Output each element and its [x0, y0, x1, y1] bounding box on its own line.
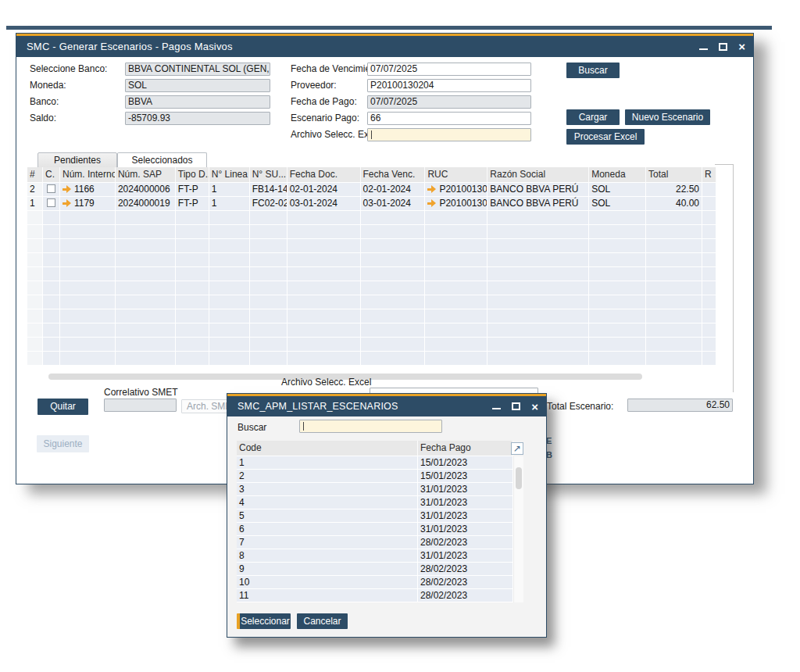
column-header[interactable]: Total: [646, 167, 702, 183]
table-cell[interactable]: SOL: [589, 197, 646, 211]
table-cell[interactable]: 5: [237, 509, 418, 523]
procesar-excel-button[interactable]: Procesar Excel: [566, 129, 645, 145]
table-row[interactable]: 1028/02/2023: [237, 576, 513, 589]
scrollbar-thumb[interactable]: [516, 467, 522, 489]
table-row[interactable]: 928/02/2023: [237, 563, 513, 576]
table-cell[interactable]: 02-01-2024: [361, 183, 426, 197]
close-icon[interactable]: ×: [738, 41, 745, 52]
table-cell[interactable]: BANCO BBVA PERÚ: [488, 183, 589, 197]
table-cell[interactable]: SOL: [589, 183, 646, 197]
column-header[interactable]: Razón Social: [488, 167, 589, 183]
field-saldo[interactable]: -85709.93: [125, 112, 270, 125]
table-row[interactable]: 1128/02/2023: [237, 589, 513, 602]
nuevo-escenario-button[interactable]: Nuevo Escenario: [625, 109, 710, 125]
table-cell[interactable]: 31/01/2023: [418, 496, 513, 509]
table-cell[interactable]: P20100130204: [425, 197, 488, 211]
field-proveedor[interactable]: P20100130204: [367, 79, 531, 92]
column-header[interactable]: RUC: [425, 167, 488, 183]
table-row[interactable]: 211662024000006FT-P1FB14-14602-01-202402…: [27, 183, 716, 197]
column-header[interactable]: Núm. Interno: [60, 167, 116, 183]
table-row[interactable]: 728/02/2023: [237, 536, 513, 549]
column-header[interactable]: N° Linea: [209, 167, 250, 183]
table-cell[interactable]: FT-P: [176, 183, 209, 197]
expand-grid-icon[interactable]: ↗: [511, 442, 523, 455]
table-cell[interactable]: 15/01/2023: [418, 456, 513, 470]
dialog-search-input[interactable]: [299, 420, 442, 433]
table-cell[interactable]: FB14-146: [250, 183, 288, 197]
table-cell[interactable]: BANCO BBVA PERÚ: [488, 197, 589, 211]
field-escenario-pago[interactable]: 66: [367, 112, 531, 125]
link-arrow-icon[interactable]: [62, 185, 72, 193]
table-cell[interactable]: 1166: [60, 183, 116, 197]
table-cell[interactable]: FT-P: [176, 197, 209, 211]
table-cell[interactable]: 2024000019: [116, 197, 176, 211]
table-row[interactable]: 531/01/2023: [237, 509, 513, 523]
column-header[interactable]: Fecha Doc.: [288, 167, 361, 183]
table-cell[interactable]: 1: [27, 197, 43, 211]
link-arrow-icon[interactable]: [62, 199, 72, 207]
column-header[interactable]: Núm. SAP: [116, 167, 176, 183]
column-header[interactable]: Fecha Pago: [418, 441, 513, 456]
table-cell[interactable]: 1: [237, 456, 418, 470]
table-cell[interactable]: P20100130204: [425, 183, 488, 197]
column-header[interactable]: Code: [237, 441, 418, 456]
table-cell[interactable]: 8: [237, 549, 418, 563]
table-cell[interactable]: 1179: [60, 197, 116, 211]
siguiente-button[interactable]: Siguiente: [37, 435, 89, 452]
table-cell[interactable]: 1: [209, 183, 250, 197]
minimize-icon[interactable]: [699, 48, 708, 50]
table-cell[interactable]: 2: [237, 470, 418, 483]
table-row[interactable]: 331/01/2023: [237, 483, 513, 496]
column-header[interactable]: Fecha Venc.: [361, 167, 426, 183]
table-cell[interactable]: 40.00: [646, 197, 702, 211]
column-header[interactable]: #: [27, 167, 43, 183]
table-row[interactable]: 431/01/2023: [237, 496, 513, 509]
table-cell[interactable]: 10: [237, 576, 418, 589]
table-cell[interactable]: 31/01/2023: [418, 523, 513, 536]
table-cell[interactable]: 28/02/2023: [418, 536, 513, 549]
table-cell[interactable]: 1: [209, 197, 250, 211]
dialog-minimize-icon[interactable]: [492, 408, 501, 409]
table-cell[interactable]: 31/01/2023: [418, 549, 513, 563]
table-cell[interactable]: 11: [237, 589, 418, 602]
row-checkbox[interactable]: [47, 184, 55, 193]
table-row[interactable]: 215/01/2023: [237, 470, 513, 483]
seleccionar-button[interactable]: Seleccionar: [237, 613, 291, 629]
cargar-button[interactable]: Cargar: [566, 109, 620, 125]
row-checkbox[interactable]: [47, 198, 55, 207]
table-cell[interactable]: 7: [237, 536, 418, 549]
tab-pendientes[interactable]: Pendientes: [38, 152, 117, 168]
tab-seleccionados[interactable]: Seleccionados: [117, 152, 207, 168]
column-header[interactable]: Moneda: [589, 167, 646, 183]
table-cell[interactable]: 15/01/2023: [418, 470, 513, 483]
link-arrow-icon[interactable]: [427, 199, 437, 207]
field-seleccione-banco[interactable]: BBVA CONTINENTAL SOL (GEN, GEN): [125, 63, 270, 76]
quitar-button[interactable]: Quitar: [38, 399, 88, 415]
field-banco[interactable]: BBVA: [125, 95, 270, 109]
table-cell[interactable]: 03-01-2024: [361, 197, 426, 211]
table-cell[interactable]: 28/02/2023: [418, 576, 513, 589]
field-fecha-vencimiento[interactable]: 07/07/2025: [367, 63, 531, 76]
table-cell[interactable]: FC02-027: [250, 197, 288, 211]
table-cell[interactable]: 3: [237, 483, 418, 496]
table-row[interactable]: 115/01/2023: [237, 456, 513, 470]
cancelar-button[interactable]: Cancelar: [297, 613, 348, 629]
table-cell[interactable]: [43, 197, 60, 211]
table-cell[interactable]: 31/01/2023: [418, 483, 513, 496]
table-cell[interactable]: 2024000006: [116, 183, 176, 197]
buscar-button[interactable]: Buscar: [566, 63, 620, 78]
dialog-close-icon[interactable]: ×: [531, 401, 538, 413]
table-row[interactable]: 831/01/2023: [237, 549, 513, 563]
table-row[interactable]: 631/01/2023: [237, 523, 513, 536]
maximize-icon[interactable]: [719, 43, 727, 51]
table-cell[interactable]: 6: [237, 523, 418, 536]
dialog-maximize-icon[interactable]: [512, 402, 520, 410]
column-header[interactable]: N° SU...: [250, 167, 288, 183]
dialog-titlebar[interactable]: SMC_APM_LISTAR_ESCENARIOS ×: [227, 396, 546, 416]
field-correlativo-smet[interactable]: [104, 399, 177, 412]
table-cell[interactable]: [43, 183, 60, 197]
table-cell[interactable]: 28/02/2023: [418, 589, 513, 602]
column-header[interactable]: C.: [43, 167, 60, 183]
table-cell[interactable]: 28/02/2023: [418, 563, 513, 576]
field-moneda[interactable]: SOL: [125, 79, 270, 92]
